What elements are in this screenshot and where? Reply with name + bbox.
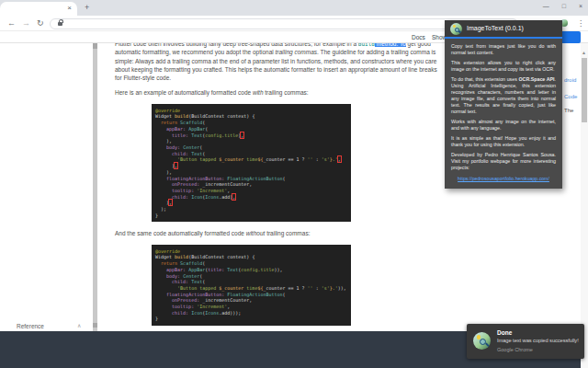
scrollbar-mark — [93, 323, 97, 328]
collapse-caret-icon[interactable]: ∧ — [77, 322, 81, 328]
maximize-button[interactable]: □ — [562, 0, 566, 13]
popup-paragraph: To do that, this extension uses OCR.Spac… — [451, 76, 556, 115]
sidebar-item-reference[interactable]: Reference — [17, 323, 44, 329]
toast-app-icon — [473, 332, 491, 350]
popup-paragraph: Copy text from images just like you do w… — [451, 43, 556, 56]
toc-link-vscode[interactable]: Code — [564, 94, 577, 99]
sidebar-scrollbar[interactable] — [93, 43, 97, 331]
scrollbar-cap — [93, 43, 97, 49]
paragraph-with-commas: Here is an example of automatically form… — [115, 88, 446, 97]
imagetotext-popup: ImageToText (0.0.1) Copy text from image… — [445, 20, 562, 189]
popup-title: ImageToText (0.0.1) — [467, 25, 524, 31]
popup-paragraph: This extension allows you to right click… — [451, 60, 556, 73]
browser-tab[interactable]: × — [0, 2, 77, 16]
toc-item-the[interactable]: The — [564, 108, 573, 113]
paragraph-intro: Flutter code often involves building fai… — [115, 40, 446, 82]
toast-message: Image text was copied successfully! — [497, 338, 579, 343]
new-tab-button[interactable]: + — [85, 3, 89, 12]
popup-paragraph: Developed by Pedro Henrique Santos Sousa… — [451, 152, 556, 171]
toc-link-android[interactable]: droid — [564, 77, 576, 83]
window-close-button[interactable]: × — [579, 0, 582, 13]
popup-paragraph: It is as simple as that! Hope you enjoy … — [451, 135, 556, 148]
popup-body: Copy text from images just like you do w… — [445, 39, 562, 189]
article-content: Flutter code often involves building fai… — [115, 40, 446, 333]
portfolio-link[interactable]: https://pedrosousaportfolio.herokuapp.co… — [451, 176, 556, 181]
reload-icon[interactable]: ↻ — [37, 18, 44, 28]
menu-dots-icon[interactable]: ⋮ — [577, 19, 584, 28]
code-block-with-commas: @overrideWidget build(BuildContext conte… — [152, 104, 351, 223]
tab-strip: × + — □ × — [0, 0, 588, 16]
back-icon[interactable]: ← — [7, 18, 16, 28]
page-scrollbar[interactable]: ▲ — [581, 43, 588, 368]
minimize-button[interactable]: — — [543, 0, 549, 13]
forward-icon[interactable]: → — [22, 18, 30, 28]
nav-docs[interactable]: Docs — [412, 34, 425, 40]
tab-close-icon[interactable]: × — [67, 4, 72, 13]
sidebar: Reference ∧ — [0, 43, 92, 331]
popup-header: ImageToText (0.0.1) — [445, 20, 562, 37]
toast-title: Done — [497, 329, 512, 336]
window-controls: — □ × — [543, 0, 582, 13]
popup-paragraph: Works with almost any image on the inter… — [451, 119, 556, 132]
scrollbar-thumb[interactable] — [582, 58, 587, 122]
paragraph-without-commas: And the same code automatically formatte… — [115, 229, 446, 237]
scroll-up-icon[interactable]: ▲ — [582, 50, 586, 55]
browser-window: × + — □ × ← → ↻ ☆ ⋮ Docs Showcase Get st… — [0, 0, 588, 368]
lock-icon — [58, 22, 62, 26]
code-block-without-commas: @overrideWidget build(BuildContext conte… — [152, 245, 351, 326]
notification-toast[interactable]: Done Image text was copied successfully!… — [467, 324, 584, 359]
toast-source: Google Chrome — [497, 347, 533, 352]
imagetotext-logo-icon — [450, 23, 462, 35]
